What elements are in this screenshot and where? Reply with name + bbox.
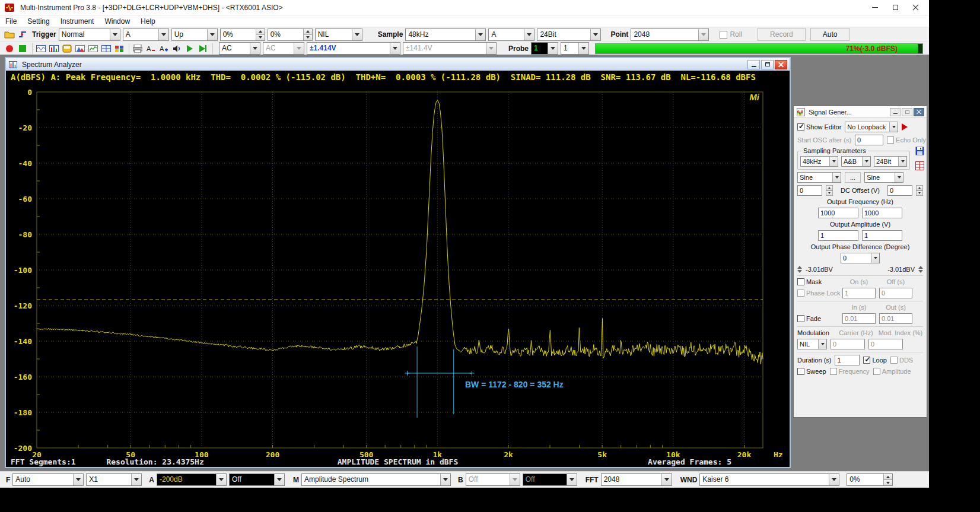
dds-table-icon[interactable]	[915, 161, 924, 171]
menu-help[interactable]: Help	[135, 17, 161, 26]
window-function-combo[interactable]: Kaiser 6	[699, 473, 839, 486]
spin-up-icon[interactable]	[826, 185, 833, 190]
derived-dataset-icon[interactable]	[100, 43, 112, 55]
overlap-spinner[interactable]: 0%	[847, 473, 893, 486]
play-icon[interactable]	[184, 43, 196, 55]
duration-input[interactable]	[835, 355, 860, 365]
spin-up-icon[interactable]	[256, 29, 265, 35]
trigger-mode-combo[interactable]: Normal	[59, 28, 120, 41]
menu-setting[interactable]: Setting	[22, 17, 55, 26]
record-icon[interactable]	[4, 43, 15, 55]
spin-up-icon[interactable]	[797, 266, 802, 269]
sg-channels-combo[interactable]: A&B	[841, 156, 871, 167]
coupling-a-combo[interactable]: AC	[219, 42, 260, 55]
dc-a-spinner[interactable]	[826, 185, 833, 196]
wave-editor-button[interactable]: ...	[845, 172, 861, 183]
mod-index-input[interactable]	[868, 339, 903, 349]
app-titlebar[interactable]: Multi-Instrument Pro 3.8 - [+3DP+DLG+LCR…	[0, 0, 929, 15]
probe-b-combo[interactable]: 1	[561, 42, 589, 55]
trigger-level-spinner[interactable]: 0%	[220, 28, 265, 41]
spin-down-icon[interactable]	[826, 190, 833, 196]
frequency-a-input[interactable]	[818, 208, 858, 218]
trigger-edge-combo[interactable]: Up	[171, 28, 218, 41]
sg-sampling-rate-combo[interactable]: 48kHz	[800, 156, 838, 167]
carrier-input[interactable]	[831, 339, 865, 349]
record-button[interactable]: Record	[758, 28, 806, 41]
waveform-b-combo[interactable]: Sine	[864, 172, 903, 183]
fft-points-combo[interactable]: 2048	[631, 28, 709, 41]
spin-up-icon[interactable]	[304, 29, 312, 35]
save-icon[interactable]	[915, 147, 924, 157]
font-decrease-icon[interactable]: A	[145, 43, 157, 55]
close-button[interactable]	[905, 0, 925, 15]
sa-restore-button[interactable]	[761, 60, 774, 69]
dc-offset-a-input[interactable]	[797, 185, 822, 196]
sg-close-button[interactable]	[914, 108, 924, 116]
probe-a-combo[interactable]: 1	[531, 42, 558, 55]
spin-down-icon[interactable]	[916, 190, 923, 196]
frequency-b-input[interactable]	[862, 208, 902, 218]
spectrum-plot[interactable]: 0-20-40-60-80-100-120-140-160-180-200205…	[6, 84, 790, 457]
range-a-combo[interactable]: ±1.414V	[307, 42, 400, 55]
spectrum-analyzer-titlebar[interactable]: Spectrum Analyzer	[6, 58, 790, 71]
mask-checkbox[interactable]: Mask	[797, 278, 839, 285]
b-mode-combo[interactable]: Off	[523, 473, 577, 486]
menu-instrument[interactable]: Instrument	[55, 17, 100, 26]
phase-difference-combo[interactable]: 0	[841, 253, 880, 263]
spin-down-icon[interactable]	[304, 35, 312, 40]
waveform-a-combo[interactable]: Sine	[797, 172, 841, 183]
spin-down-icon[interactable]	[256, 35, 265, 40]
data-logger-icon[interactable]	[87, 43, 99, 55]
b-range-combo[interactable]: Off	[466, 473, 520, 486]
spin-down-icon[interactable]	[884, 480, 892, 485]
echo-only-checkbox[interactable]: Echo Only	[887, 136, 926, 144]
phase-lock-checkbox[interactable]: Phase Lock	[797, 290, 839, 297]
menu-file[interactable]: File	[0, 17, 22, 26]
minimize-button[interactable]	[865, 0, 885, 15]
spectrum-3d-icon[interactable]	[74, 43, 86, 55]
spin-up-icon[interactable]	[916, 185, 923, 190]
printer-icon[interactable]	[132, 43, 144, 55]
fade-out-input[interactable]	[879, 313, 912, 324]
loopback-combo[interactable]: No Loopback	[845, 122, 898, 132]
spin-up-icon[interactable]	[884, 474, 892, 480]
spin-up-icon[interactable]	[918, 266, 923, 269]
level-a-stepper[interactable]	[797, 266, 802, 273]
sg-maximize-button[interactable]	[902, 108, 912, 116]
fade-in-input[interactable]	[842, 313, 876, 324]
freq-axis-combo[interactable]: Auto	[12, 473, 84, 486]
spinner-arrows[interactable]	[256, 29, 265, 40]
show-editor-checkbox[interactable]: Show Editor	[797, 123, 841, 131]
amplitude-a-input[interactable]	[818, 230, 858, 241]
signal-generator-titlebar[interactable]: Signal Gener...	[794, 106, 927, 118]
fft-size-combo[interactable]: 2048	[601, 473, 672, 486]
level-b-stepper[interactable]	[918, 266, 923, 273]
view-mode-combo[interactable]: Amplitude Spectrum	[301, 473, 451, 486]
loopback-play-icon[interactable]	[197, 43, 209, 55]
menu-window[interactable]: Window	[99, 17, 135, 26]
speaker-icon[interactable]	[171, 43, 183, 55]
trigger-delay-spinner[interactable]: 0%	[268, 28, 313, 41]
auto-button[interactable]: Auto	[810, 28, 850, 41]
generator-run-button[interactable]	[902, 123, 908, 131]
range-b-combo[interactable]: ±141.4V	[403, 42, 497, 55]
a-range-combo[interactable]: -200dB	[157, 473, 227, 486]
spinner-arrows[interactable]	[303, 29, 312, 40]
trigger-source-combo[interactable]: A	[123, 28, 169, 41]
coupling-b-combo[interactable]: AC	[263, 42, 304, 55]
spin-down-icon[interactable]	[797, 270, 802, 273]
modulation-type-combo[interactable]: NIL	[797, 339, 827, 349]
spin-down-icon[interactable]	[918, 270, 923, 273]
sweep-frequency-checkbox[interactable]: Frequency	[830, 368, 870, 375]
sa-minimize-button[interactable]	[747, 60, 760, 69]
stop-icon[interactable]	[17, 43, 28, 55]
sg-minimize-button[interactable]	[890, 108, 901, 116]
fade-checkbox[interactable]: Fade	[797, 315, 839, 322]
mask-off-input[interactable]	[879, 288, 912, 298]
maximize-button[interactable]	[885, 0, 905, 15]
pretrigger-combo[interactable]: NIL	[315, 28, 362, 41]
spectrum-analyzer-icon[interactable]	[48, 43, 60, 55]
amplitude-b-input[interactable]	[862, 230, 902, 241]
mask-on-input[interactable]	[842, 288, 876, 298]
dc-offset-b-input[interactable]	[887, 185, 912, 196]
